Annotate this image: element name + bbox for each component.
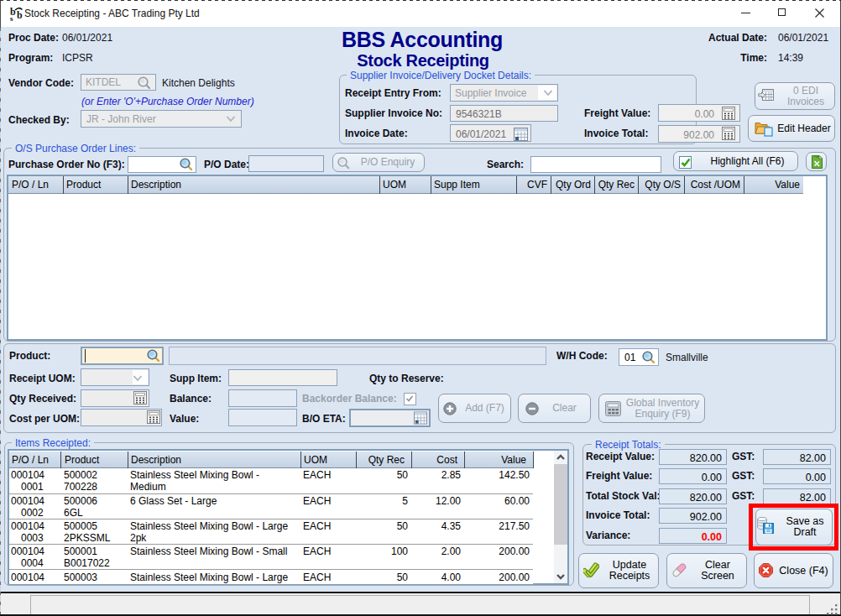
svg-text:b: b <box>17 9 23 21</box>
svg-text:s: s <box>10 14 13 23</box>
